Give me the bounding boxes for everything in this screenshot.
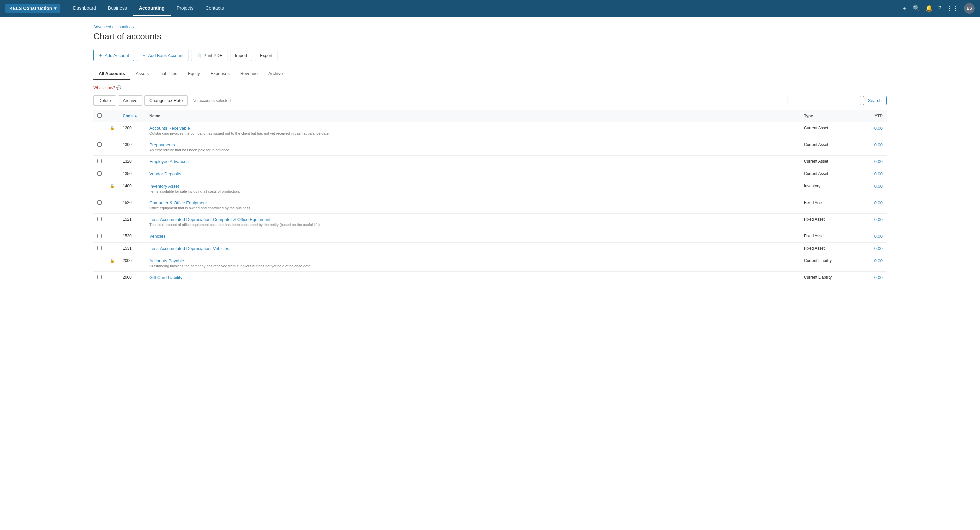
grid-icon[interactable]: ⋮⋮ [947, 5, 959, 12]
nav-contacts[interactable]: Contacts [199, 1, 230, 16]
breadcrumb[interactable]: Advanced accounting › [93, 25, 887, 29]
row-checkbox[interactable] [97, 234, 102, 238]
account-code: 1521 [119, 214, 145, 230]
breadcrumb-text: Advanced accounting [93, 25, 132, 29]
account-name-link[interactable]: Prepayments [150, 142, 796, 148]
tab-archive[interactable]: Archive [263, 68, 288, 80]
account-ytd[interactable]: 0.00 [860, 243, 887, 255]
table-row: 1520Computer & Office EquipmentOffice eq… [93, 197, 887, 214]
tab-revenue[interactable]: Revenue [235, 68, 263, 80]
search-icon[interactable]: 🔍 [913, 5, 920, 12]
account-name-link[interactable]: Less-Accumulated Depreciation: Vehicles [150, 246, 796, 251]
whats-this-text: What's this? [93, 85, 115, 90]
account-name-link[interactable]: Accounts Payable [150, 258, 796, 263]
account-ytd[interactable]: 0.00 [860, 272, 887, 284]
account-description: The total amount of office equipment cos… [150, 223, 796, 227]
account-name-link[interactable]: Accounts Receivable [150, 126, 796, 131]
nav-right: ＋ 🔍 🔔 ? ⋮⋮ ES [901, 3, 975, 14]
row-checkbox[interactable] [97, 171, 102, 176]
tab-equity[interactable]: Equity [182, 68, 205, 80]
account-ytd[interactable]: 0.00 [860, 139, 887, 156]
search-input[interactable] [788, 96, 861, 105]
accounts-table: Code ▲ Name Type YTD 🔒1200Accounts Recei… [93, 109, 887, 284]
table-row: 1521Less-Accumulated Depreciation: Compu… [93, 214, 887, 230]
breadcrumb-arrow: › [133, 25, 134, 29]
row-checkbox[interactable] [97, 275, 102, 279]
account-code: 2000 [119, 255, 145, 272]
lock-col-header [106, 110, 119, 122]
account-description: Items available for sale including all c… [150, 189, 796, 194]
import-button[interactable]: Import [230, 50, 253, 61]
account-description: Outstanding invoices the company has rec… [150, 264, 796, 268]
account-name-link[interactable]: Less-Accumulated Depreciation: Computer … [150, 217, 796, 222]
table-row: 1531Less-Accumulated Depreciation: Vehic… [93, 243, 887, 255]
account-name-link[interactable]: Inventory Asset [150, 184, 796, 189]
search-button[interactable]: Search [863, 96, 887, 105]
ytd-column-header: YTD [860, 110, 887, 122]
tab-all-accounts[interactable]: All Accounts [93, 68, 130, 80]
whats-this-icon: 💬 [116, 85, 121, 90]
add-icon[interactable]: ＋ [901, 4, 907, 12]
account-ytd[interactable]: 0.00 [860, 180, 887, 197]
account-type: Fixed Asset [800, 243, 860, 255]
brand-name: KELS Construction [10, 6, 52, 11]
change-tax-rate-button[interactable]: Change Tax Rate [145, 95, 188, 106]
table-row: 1350Vendor DepositsCurrent Asset0.00 [93, 168, 887, 180]
account-type: Current Asset [800, 156, 860, 168]
account-ytd[interactable]: 0.00 [860, 230, 887, 243]
account-type: Fixed Asset [800, 197, 860, 214]
account-type: Fixed Asset [800, 230, 860, 243]
tab-liabilities[interactable]: Liabilities [154, 68, 182, 80]
export-button[interactable]: Export [255, 50, 277, 61]
table-row: 🔒2000Accounts PayableOutstanding invoice… [93, 255, 887, 272]
account-ytd[interactable]: 0.00 [860, 197, 887, 214]
row-checkbox[interactable] [97, 142, 102, 147]
account-name-link[interactable]: Computer & Office Equipment [150, 200, 796, 205]
account-ytd[interactable]: 0.00 [860, 214, 887, 230]
whats-this[interactable]: What's this? 💬 [93, 85, 887, 90]
print-pdf-icon: 📄 [196, 53, 201, 58]
nav-accounting[interactable]: Accounting [133, 1, 171, 16]
account-code: 1300 [119, 139, 145, 156]
account-description: Office equipment that is owned and contr… [150, 206, 796, 210]
notification-icon[interactable]: 🔔 [925, 5, 933, 12]
archive-button[interactable]: Archive [118, 95, 142, 106]
add-bank-account-button[interactable]: ＋ Add Bank Account [137, 50, 188, 61]
page-title: Chart of accounts [93, 31, 887, 42]
account-ytd[interactable]: 0.00 [860, 255, 887, 272]
account-code: 1520 [119, 197, 145, 214]
account-type: Current Liability [800, 272, 860, 284]
lock-icon: 🔒 [110, 126, 115, 130]
row-checkbox[interactable] [97, 200, 102, 205]
tab-assets[interactable]: Assets [130, 68, 154, 80]
nav-dashboard[interactable]: Dashboard [67, 1, 102, 16]
print-pdf-button[interactable]: 📄 Print PDF [191, 50, 227, 61]
page-content: Advanced accounting › Chart of accounts … [0, 17, 980, 530]
row-checkbox[interactable] [97, 246, 102, 250]
select-all-checkbox[interactable] [97, 113, 102, 117]
account-name-link[interactable]: Gift Card Liability [150, 275, 796, 280]
row-checkbox[interactable] [97, 159, 102, 163]
tab-expenses[interactable]: Expenses [205, 68, 235, 80]
account-name-link[interactable]: Vehicles [150, 234, 796, 239]
archive-label: Archive [123, 98, 137, 103]
row-checkbox[interactable] [97, 217, 102, 221]
brand-logo[interactable]: KELS Construction ▾ [5, 4, 60, 13]
account-ytd[interactable]: 0.00 [860, 168, 887, 180]
brand-dropdown-icon: ▾ [54, 6, 56, 11]
add-account-button[interactable]: ＋ Add Account [93, 50, 134, 61]
account-ytd[interactable]: 0.00 [860, 156, 887, 168]
nav-business[interactable]: Business [102, 1, 133, 16]
account-code: 1400 [119, 180, 145, 197]
avatar[interactable]: ES [964, 3, 975, 14]
account-name-link[interactable]: Vendor Deposits [150, 171, 796, 176]
account-name-link[interactable]: Employee Advances [150, 159, 796, 164]
account-code: 1200 [119, 122, 145, 139]
delete-button[interactable]: Delete [93, 95, 116, 106]
account-type: Fixed Asset [800, 214, 860, 230]
code-column-header[interactable]: Code ▲ [119, 110, 145, 122]
nav-projects[interactable]: Projects [171, 1, 200, 16]
help-icon[interactable]: ? [938, 5, 941, 12]
type-column-header: Type [800, 110, 860, 122]
account-ytd[interactable]: 0.00 [860, 122, 887, 139]
